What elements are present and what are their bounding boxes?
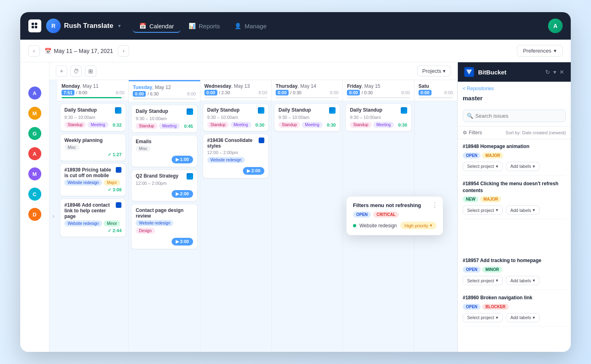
event-emails[interactable]: Emails Misc ▶ 1:00	[131, 135, 197, 167]
priority-badge-major: Major	[482, 152, 503, 159]
meeting-tag: Meeting	[87, 122, 108, 128]
event-daily-standup-thu[interactable]: Daily Standup 9:30 – 10:00am Standup Mee…	[274, 104, 340, 131]
prev-week-button[interactable]: ‹	[28, 45, 40, 57]
add-labels-button-18960[interactable]: Add labels ▾	[506, 313, 540, 322]
ms-teams-icon-tue	[187, 108, 193, 115]
nav-brand[interactable]: R Rush Translate ▾	[46, 19, 121, 33]
bb-issue-18960: #18960 Broken navigation link OPEN Block…	[463, 290, 566, 327]
bb-filter-row: ⚙ Filters Sort by: Date created (newest)	[458, 127, 571, 139]
chevron-down-icon: ▾	[554, 48, 557, 54]
event-contact-design[interactable]: Contact page design review Website redes…	[131, 204, 197, 249]
event-daily-standup-fri[interactable]: Daily Standup 9:30 – 10:00am Standup Mee…	[345, 104, 411, 131]
priority-badge-major-2: Major	[480, 196, 501, 202]
priority-tag-button[interactable]: High priority ▾	[400, 222, 436, 229]
date-range: 📅 May 11 – May 17, 2021	[45, 48, 113, 54]
day-header-friday: Friday, May 15 0:00 / 0:30 8:00	[343, 80, 414, 101]
day-header-thursday: Thursday, May 14 0:00 / 0:30 8:00	[272, 80, 342, 101]
select-project-button-18960[interactable]: Select project ▾	[463, 313, 503, 322]
search-input[interactable]	[463, 110, 566, 122]
add-event-button[interactable]: ＋	[56, 66, 67, 77]
thursday-progress	[276, 97, 338, 98]
preferences-button[interactable]: Preferences ▾	[517, 45, 563, 57]
event-consolidate-styles[interactable]: #19436 Consolidate styles 12:00 – 2:00pm…	[203, 134, 269, 178]
user-avatar-A[interactable]: A	[28, 87, 41, 99]
tooltip-priority-badge: Critical	[373, 212, 399, 218]
bb-title: BitBucket	[478, 69, 541, 76]
logo-button[interactable]	[28, 19, 41, 32]
select-project-button-18954[interactable]: Select project ▾	[463, 205, 503, 215]
bitbucket-icon	[116, 167, 121, 173]
event-daily-standup-wed[interactable]: Daily Standup 9:30 – 10:00am Standup Mee…	[203, 104, 269, 131]
minor-tag: Minor	[104, 220, 120, 226]
chevron-down-icon: ▾	[533, 315, 535, 320]
user-avatar[interactable]: A	[548, 19, 563, 33]
event-daily-standup-mon[interactable]: Daily Standup 9:30 – 10:00am Standup Mee…	[60, 104, 126, 131]
day-header-tuesday: Tuesday, May 12 0:00 / 6:30 8:00	[129, 81, 200, 102]
bb-search-bar: 🔍	[458, 106, 571, 127]
tooltip-status-badge: OPEN	[353, 212, 371, 218]
ms-teams-icon-brand	[187, 173, 193, 180]
ms-teams-icon	[115, 107, 121, 114]
svg-rect-2	[32, 26, 34, 28]
event-q2-brand[interactable]: Q2 Brand Strategy 12:00 – 2:00pm ▶ 2:00	[131, 169, 197, 201]
event-add-contact[interactable]: #18946 Add contact link to help center p…	[60, 199, 126, 237]
next-week-button[interactable]: ›	[118, 45, 129, 57]
refresh-icon[interactable]: ↻	[545, 69, 550, 75]
user-avatar-C[interactable]: C	[28, 188, 41, 201]
more-options-icon[interactable]: ⋮	[432, 201, 438, 209]
add-labels-button-18948[interactable]: Add labels ▾	[506, 162, 540, 171]
calendar-icon: 📅	[139, 23, 146, 29]
user-avatar-D[interactable]: D	[28, 208, 41, 221]
monday-progress	[62, 97, 124, 98]
filters-button[interactable]: ⚙ Filters	[463, 130, 482, 135]
search-icon: 🔍	[467, 113, 473, 119]
ms-teams-icon-wed	[258, 107, 264, 114]
day-col-thursday: Thursday, May 14 0:00 / 0:30 8:00	[272, 80, 343, 352]
thursday-events: Daily Standup 9:30 – 10:00am Standup Mee…	[272, 101, 342, 352]
user-avatar-A2[interactable]: A	[28, 147, 41, 160]
add-labels-button-18957[interactable]: Add labels ▾	[506, 276, 540, 285]
add-labels-button-18954[interactable]: Add labels ▾	[506, 205, 540, 215]
misc-tag: Misc	[64, 144, 79, 150]
select-project-button-18957[interactable]: Select project ▾	[463, 276, 503, 285]
chevron-down-icon: ▾	[533, 164, 535, 169]
calendar-date-icon: 📅	[45, 48, 51, 54]
nav-tabs: 📅 Calendar 📊 Reports 👤 Manage	[133, 19, 548, 33]
tab-calendar[interactable]: 📅 Calendar	[133, 19, 181, 33]
website-tag: Website redesign	[64, 180, 102, 186]
saturday-progress	[419, 97, 453, 98]
day-header-monday: Monday, May 11 7:51 / 8:00 8:00	[57, 80, 128, 101]
tab-manage[interactable]: 👤 Manage	[228, 19, 273, 33]
event-weekly-planning[interactable]: Weekly planning Misc ✓ 1:27	[60, 134, 126, 161]
close-icon[interactable]: ✕	[559, 69, 564, 75]
scroll-left-arrow[interactable]: ›	[49, 80, 57, 352]
major-tag: Major	[104, 180, 120, 186]
grid-view-button[interactable]: ⊞	[85, 66, 96, 77]
top-nav: R Rush Translate ▾ 📅 Calendar 📊 Reports …	[20, 12, 571, 40]
timer-button[interactable]: ⏱	[70, 66, 82, 77]
projects-button[interactable]: Projects ▾	[417, 66, 451, 76]
user-avatar-M[interactable]: M	[28, 107, 41, 120]
svg-rect-1	[35, 23, 37, 25]
event-daily-standup-tue[interactable]: Daily Standup 9:30 – 10:00am Standup Mee…	[131, 105, 197, 133]
user-avatar-G[interactable]: G	[28, 127, 41, 140]
status-badge-open: OPEN	[463, 152, 480, 159]
bitbucket-panel: BitBucket ↻ ▾ ✕ < Repositories master 🔍 …	[457, 62, 571, 352]
priority-badge-minor: Minor	[482, 267, 502, 273]
bb-breadcrumb[interactable]: < Repositories	[458, 82, 571, 93]
filter-icon: ⚙	[463, 130, 467, 135]
bb-issue-18955-placeholder	[463, 220, 566, 252]
tab-reports[interactable]: 📊 Reports	[182, 19, 227, 33]
friday-progress	[347, 97, 410, 98]
project-dot-icon	[353, 224, 356, 227]
ms-teams-icon-thu	[329, 107, 336, 114]
bb-header: BitBucket ↻ ▾ ✕	[458, 62, 571, 82]
event-pricing-table[interactable]: #18939 Pricing table is cut off on mobil…	[60, 163, 126, 196]
day-col-monday: Monday, May 11 7:51 / 8:00 8:00	[57, 80, 129, 352]
user-avatar-M2[interactable]: M	[28, 167, 41, 180]
calendar-toolbar: ‹ 📅 May 11 – May 17, 2021 › Preferences …	[20, 40, 571, 62]
select-project-button-18948[interactable]: Select project ▾	[463, 162, 503, 171]
brand-name: Rush Translate	[64, 22, 113, 30]
manage-icon: 👤	[234, 23, 241, 29]
chevron-down-icon-bb[interactable]: ▾	[553, 69, 556, 75]
